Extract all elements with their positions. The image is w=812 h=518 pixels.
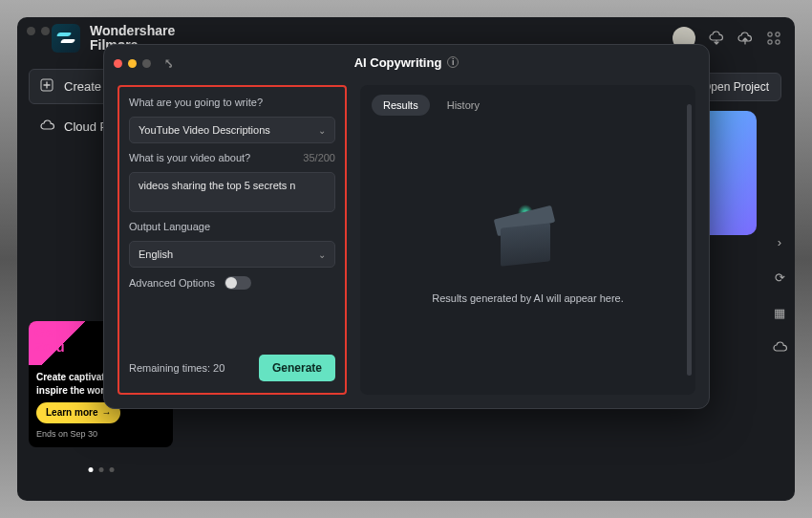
- advanced-toggle[interactable]: [224, 276, 251, 290]
- pager-dot[interactable]: [109, 467, 114, 472]
- modal-title: AI Copywriting: [354, 55, 442, 70]
- empty-state-text: Results generated by AI will appear here…: [432, 292, 624, 304]
- pager-dot[interactable]: [98, 467, 103, 472]
- q-about-label: What is your video about?: [129, 152, 250, 163]
- svg-rect-0: [768, 32, 772, 36]
- promo-ends: Ends on Sep 30: [36, 428, 165, 440]
- svg-rect-1: [776, 32, 780, 36]
- write-type-select[interactable]: YouTube Video Descriptions ⌄: [129, 117, 335, 143]
- cloud-upload-icon[interactable]: [737, 31, 753, 46]
- char-count: 35/200: [303, 152, 335, 163]
- q-write-label: What are you going to write?: [129, 97, 335, 108]
- arrow-right-icon: →: [101, 406, 111, 420]
- cloud-icon: [39, 119, 54, 134]
- rail-next-icon[interactable]: ›: [778, 235, 781, 249]
- refresh-icon[interactable]: ⟳: [775, 270, 785, 285]
- ai-copywriting-modal: ⤣ AI Copywriting i What are you going to…: [103, 44, 710, 409]
- results-panel: Results History Results generated by AI …: [360, 85, 695, 395]
- cloud-download-icon[interactable]: [709, 31, 724, 46]
- remaining-times: Remaining times: 20: [129, 362, 224, 374]
- chevron-down-icon: ⌄: [318, 249, 326, 260]
- lang-label: Output Language: [129, 221, 335, 232]
- advanced-label: Advanced Options: [129, 277, 215, 289]
- tab-history[interactable]: History: [436, 95, 491, 116]
- tab-results[interactable]: Results: [372, 95, 430, 116]
- language-select[interactable]: English ⌄: [129, 241, 335, 268]
- modal-close-icon[interactable]: [114, 59, 122, 68]
- input-panel: What are you going to write? YouTube Vid…: [118, 85, 347, 395]
- info-icon[interactable]: i: [447, 56, 459, 68]
- app-logo-icon: [52, 24, 80, 53]
- pin-icon[interactable]: ⤣: [164, 56, 174, 70]
- promo-pager: [88, 467, 114, 472]
- svg-rect-3: [776, 40, 780, 44]
- scrollbar[interactable]: [687, 104, 692, 376]
- modal-min-icon[interactable]: [128, 59, 137, 68]
- svg-rect-2: [768, 40, 772, 44]
- apps-grid-icon[interactable]: [766, 31, 781, 46]
- plus-box-icon: [39, 78, 54, 95]
- traffic-close[interactable]: [27, 27, 35, 35]
- cloud-sync-icon[interactable]: [773, 341, 787, 356]
- modal-max-icon[interactable]: [142, 59, 151, 68]
- grid-view-icon[interactable]: ▦: [774, 306, 785, 320]
- generate-button[interactable]: Generate: [259, 355, 335, 381]
- about-textarea[interactable]: [129, 172, 335, 212]
- traffic-min[interactable]: [41, 27, 50, 35]
- pager-dot[interactable]: [88, 467, 93, 472]
- chevron-down-icon: ⌄: [318, 125, 326, 136]
- brand-line1: Wondershare: [90, 24, 175, 38]
- empty-box-icon: [485, 205, 571, 271]
